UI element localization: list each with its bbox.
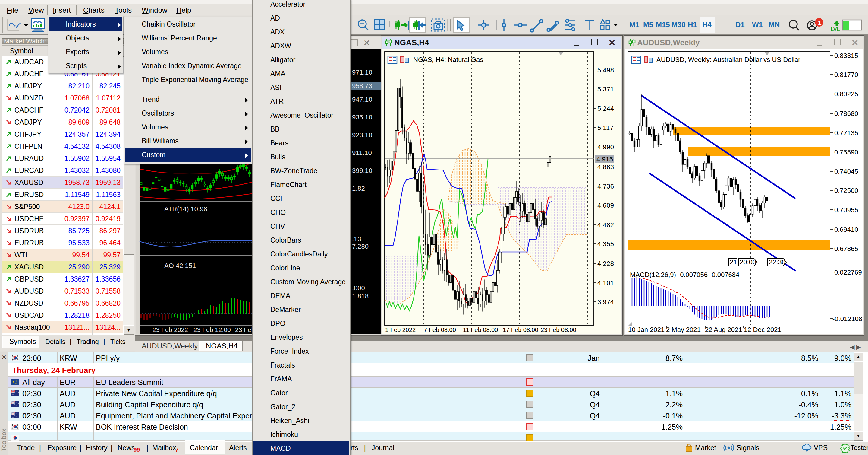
svg-text:1: 1 xyxy=(818,19,822,26)
svg-text:947.10: 947.10 xyxy=(352,96,372,103)
svg-text:0.70955: 0.70955 xyxy=(834,206,858,214)
svg-text:935.10: 935.10 xyxy=(352,113,372,121)
svg-text:958.73: 958.73 xyxy=(352,82,372,90)
svg-text:0.81770: 0.81770 xyxy=(834,71,858,79)
svg-text:923.10: 923.10 xyxy=(352,131,372,139)
svg-text:0.75590: 0.75590 xyxy=(834,148,858,156)
svg-text:0.77135: 0.77135 xyxy=(834,129,858,137)
svg-text:.000: .000 xyxy=(352,284,365,292)
svg-text:11 Feb 08:00: 11 Feb 08:00 xyxy=(463,326,498,333)
svg-text:23 Feb 08:00: 23 Feb 08:00 xyxy=(541,326,576,333)
svg-text:7 Feb 08:00: 7 Feb 08:00 xyxy=(424,326,456,333)
svg-text:0.80225: 0.80225 xyxy=(834,90,858,98)
svg-text:ATR(14) 10.98: ATR(14) 10.98 xyxy=(164,205,207,213)
svg-text:1 Feb 2022: 1 Feb 2022 xyxy=(385,326,415,333)
svg-text:AUDUSD, Weekly: Australian Do: AUDUSD, Weekly: Australian Dollar vs US … xyxy=(656,56,801,63)
svg-text:17 Feb 08:00: 17 Feb 08:00 xyxy=(503,326,538,333)
svg-text:23 Feb 12:00: 23 Feb 12:00 xyxy=(193,326,231,333)
svg-text:0.67865: 0.67865 xyxy=(834,245,858,253)
svg-text:12 Dec 2021: 12 Dec 2021 xyxy=(744,326,781,333)
svg-text:23 Feb 2022: 23 Feb 2022 xyxy=(153,326,188,333)
svg-text:4.609: 4.609 xyxy=(597,202,614,209)
svg-text:1.818: 1.818 xyxy=(352,292,369,300)
svg-text:LVL: LVL xyxy=(831,27,840,32)
svg-text:4.915: 4.915 xyxy=(596,155,613,163)
svg-text:0.69410: 0.69410 xyxy=(834,226,858,233)
svg-text:399.10: 399.10 xyxy=(352,167,372,174)
svg-text:4.355: 4.355 xyxy=(597,240,614,248)
svg-text:5.498: 5.498 xyxy=(597,66,614,74)
svg-text:22 Aug 2021: 22 Aug 2021 xyxy=(705,326,742,333)
svg-text:4.990: 4.990 xyxy=(597,143,614,151)
svg-text:971.10: 971.10 xyxy=(352,68,372,76)
svg-text:-0.012108: -0.012108 xyxy=(832,315,862,322)
svg-text:4.101: 4.101 xyxy=(597,279,614,287)
svg-text:MACD(12,26,9) -0.007056 -0.007: MACD(12,26,9) -0.007056 -0.007684 xyxy=(630,271,739,279)
svg-text:5.371: 5.371 xyxy=(597,85,614,93)
svg-text:7.280: 7.280 xyxy=(352,243,369,250)
svg-text:21: 21 xyxy=(730,258,737,266)
svg-text:4.736: 4.736 xyxy=(597,182,614,190)
svg-text:4.863: 4.863 xyxy=(597,163,614,171)
svg-text:1.82: 1.82 xyxy=(352,184,365,192)
svg-text:0.83315: 0.83315 xyxy=(834,52,858,59)
svg-text:5.117: 5.117 xyxy=(597,124,613,132)
svg-text:911.10: 911.10 xyxy=(352,149,372,157)
svg-text:5.244: 5.244 xyxy=(597,105,614,112)
svg-text:4.482: 4.482 xyxy=(597,221,614,229)
svg-text:0.74045: 0.74045 xyxy=(834,168,858,175)
svg-text:NGAS, H4: Natural Gas: NGAS, H4: Natural Gas xyxy=(413,56,483,63)
svg-text:0.78680: 0.78680 xyxy=(834,110,858,117)
svg-text:22:30: 22:30 xyxy=(769,258,785,266)
svg-text:20:00: 20:00 xyxy=(740,258,756,266)
svg-text:AO 42.151: AO 42.151 xyxy=(164,262,196,269)
svg-text:0.022769: 0.022769 xyxy=(834,268,862,276)
svg-text:0.72500: 0.72500 xyxy=(834,187,858,194)
svg-text:2 May 2021: 2 May 2021 xyxy=(666,326,701,333)
svg-text:10 Jan 2021: 10 Jan 2021 xyxy=(628,326,664,333)
svg-text:3.974: 3.974 xyxy=(597,298,614,306)
svg-text:.13: .13 xyxy=(352,235,361,243)
svg-text:4.228: 4.228 xyxy=(597,260,614,267)
